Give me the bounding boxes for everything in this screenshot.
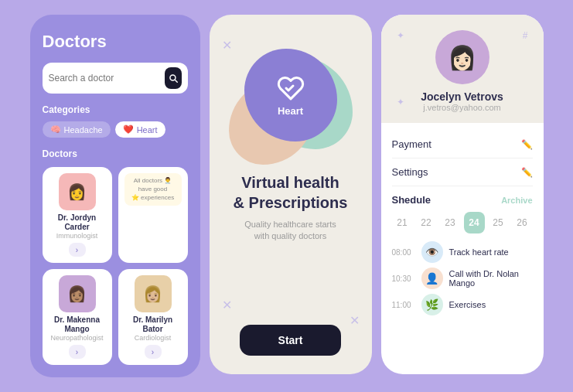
date-21[interactable]: 21 — [392, 212, 413, 233]
settings-icon: ✏️ — [521, 167, 533, 178]
task-label-3: Exercises — [449, 300, 486, 309]
task-heart-rate: 08:00 👁️ Track heart rate — [392, 241, 533, 263]
menu-item-settings[interactable]: Settings ✏️ — [392, 159, 533, 186]
start-button[interactable]: Start — [240, 325, 342, 356]
menu-item-payment[interactable]: Payment ✏️ — [392, 131, 533, 159]
deco-dot-tl: ✦ — [397, 30, 404, 41]
search-icon — [168, 73, 179, 84]
doctor-card-makenna: 👩🏽 Dr. Makenna Mango Neuropathologist › — [43, 269, 112, 365]
doctors-grid: 👩 Dr. Jordyn Carder Immunologist › All d… — [43, 167, 188, 365]
schedule-title: Shedule — [392, 194, 431, 206]
category-headache-label: Headache — [64, 125, 103, 135]
menu-payment-label: Payment — [392, 138, 431, 150]
task-icon-person: 👤 — [421, 268, 443, 289]
task-time-1: 08:00 — [392, 248, 415, 257]
category-headache[interactable]: 🧠 Headache — [43, 121, 111, 138]
task-exercises: 11:00 🌿 Exercises — [392, 294, 533, 315]
search-bar — [43, 63, 188, 94]
date-26[interactable]: 26 — [512, 212, 533, 233]
deco-dot-bl: ✦ — [397, 97, 404, 107]
doctor-card-jordyn: 👩 Dr. Jordyn Carder Immunologist › — [43, 167, 112, 263]
doctor-card-marilyn: 👩🏼 Dr. Marilyn Bator Cardiologist › — [118, 269, 188, 365]
deco-dot-tr: # — [523, 30, 528, 41]
menu-settings-label: Settings — [392, 166, 428, 178]
date-23[interactable]: 23 — [440, 212, 461, 233]
mid-title: Virtual health & Prescriptions — [234, 172, 348, 213]
profile-name: Jocelyn Vetrovs — [394, 90, 531, 103]
blob-container: Heart — [229, 41, 353, 165]
doctor-name-makenna: Dr. Makenna Mango — [49, 315, 106, 334]
badge-note: All doctors 👨‍⚕️have good⭐ experiences — [124, 173, 182, 206]
doctors-label: Doctors — [43, 148, 188, 159]
schedule-section: Shedule Archive 21 22 23 24 25 26 08:00 … — [381, 186, 544, 315]
deco-cross-br: ✕ — [350, 313, 360, 328]
doctor-specialty-jordyn: Immunologist — [49, 232, 106, 240]
category-heart[interactable]: ❤️ Heart — [115, 121, 165, 138]
task-label-1: Track heart rate — [449, 247, 509, 257]
task-label-2: Call with Dr. Nolan Mango — [449, 269, 533, 288]
avatar-jordyn: 👩 — [59, 173, 96, 210]
profile-avatar: 👩🏻 — [435, 30, 489, 84]
doctor-arrow-jordyn[interactable]: › — [69, 243, 86, 257]
date-25[interactable]: 25 — [488, 212, 509, 233]
task-icon-eye: 👁️ — [421, 241, 443, 263]
profile-email: j.vetros@yahoo.com — [394, 103, 531, 112]
payment-icon: ✏️ — [521, 139, 533, 150]
task-call: 10:30 👤 Call with Dr. Nolan Mango — [392, 268, 533, 289]
avatar-makenna: 👩🏽 — [59, 275, 96, 312]
categories-row: 🧠 Headache ❤️ Heart — [43, 121, 188, 138]
app-title: Doctors — [43, 32, 188, 52]
doctor-arrow-makenna[interactable]: › — [69, 345, 86, 359]
heart-icon: ❤️ — [123, 124, 134, 135]
schedule-header: Shedule Archive — [392, 194, 533, 206]
mid-subtitle: Quality healthcare starts with quality d… — [244, 219, 336, 243]
date-22[interactable]: 22 — [416, 212, 437, 233]
doctor-name-jordyn: Dr. Jordyn Carder — [49, 213, 106, 232]
date-row: 21 22 23 24 25 26 — [392, 212, 533, 233]
archive-link[interactable]: Archive — [501, 196, 532, 205]
categories-label: Categories — [43, 104, 188, 115]
doctor-arrow-marilyn[interactable]: › — [145, 345, 162, 359]
task-icon-leaf: 🌿 — [421, 294, 443, 315]
left-panel: Doctors Categories 🧠 Headache ❤️ Heart D… — [30, 15, 200, 377]
task-time-2: 10:30 — [392, 274, 415, 283]
headache-icon: 🧠 — [50, 124, 61, 135]
heart-pulse-icon — [277, 74, 305, 102]
task-list: 08:00 👁️ Track heart rate 10:30 👤 Call w… — [392, 241, 533, 315]
right-panel: ✦ # ✦ 👩🏻 Jocelyn Vetrovs j.vetros@yahoo.… — [381, 15, 544, 374]
deco-cross-bl: ✕ — [222, 298, 232, 312]
profile-header: ✦ # ✦ 👩🏻 Jocelyn Vetrovs j.vetros@yahoo.… — [381, 15, 544, 123]
avatar-marilyn: 👩🏼 — [135, 275, 172, 312]
menu-items: Payment ✏️ Settings ✏️ — [381, 123, 544, 186]
search-input[interactable] — [49, 73, 165, 84]
badge-card: All doctors 👨‍⚕️have good⭐ experiences — [118, 167, 188, 263]
blob-label: Heart — [278, 105, 303, 117]
search-button[interactable] — [165, 67, 182, 89]
category-heart-label: Heart — [137, 125, 158, 135]
task-time-3: 11:00 — [392, 301, 415, 309]
middle-panel: ✕ ✕ ✕ Heart Virtual health & Prescriptio… — [210, 15, 372, 374]
date-24[interactable]: 24 — [464, 212, 485, 233]
doctor-specialty-makenna: Neuropathologist — [49, 334, 106, 342]
doctor-name-marilyn: Dr. Marilyn Bator — [124, 315, 182, 334]
doctor-specialty-marilyn: Cardiologist — [124, 334, 182, 342]
